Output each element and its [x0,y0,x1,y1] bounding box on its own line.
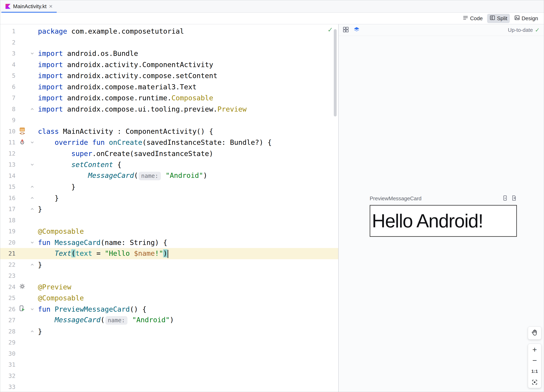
code-text: import androidx.activity.ComponentActivi… [38,60,338,69]
code-text: import androidx.compose.runtime.Composab… [38,94,338,102]
zoom-actual-button[interactable]: 1:1 [528,366,541,377]
zoom-out-button[interactable]: − [528,355,541,366]
line-number: 26 [0,306,16,313]
kotlin-file-icon [6,4,11,9]
tab-mainactivity[interactable]: MainActivity.kt × [1,0,57,12]
fold-marker-icon [30,307,35,312]
code-line-15[interactable]: 15 } [0,181,338,193]
fold-slot[interactable] [29,162,38,167]
zoom-fit-button[interactable] [528,377,541,387]
fold-marker-icon [30,51,35,56]
code-line-22[interactable]: 22} [0,259,338,270]
code-line-28[interactable]: 28} [0,326,338,337]
code-line-24[interactable]: 24@Preview [0,281,338,293]
line-number: 11 [0,139,16,146]
preview-canvas[interactable]: PreviewMessageCard Hello Android! [339,36,544,392]
code-line-8[interactable]: 8import androidx.compose.ui.tooling.prev… [0,104,338,115]
fold-marker-icon [30,240,35,245]
fold-slot[interactable] [29,240,38,245]
preview-frame[interactable]: Hello Android! [370,205,517,237]
code-text: package com.example.composetutorial [38,27,338,35]
fold-slot[interactable] [29,140,38,145]
fold-slot[interactable] [29,262,38,267]
line-number: 32 [0,372,16,379]
fold-slot[interactable] [29,196,38,201]
fold-slot[interactable] [29,51,38,56]
code-line-7[interactable]: 7import androidx.compose.runtime.Composa… [0,92,338,104]
code-line-16[interactable]: 16 } [0,193,338,204]
status-label: Up-to-date [508,27,533,33]
inspection-ok-icon[interactable]: ✓ [327,26,333,34]
parameter-name-hint: name: [139,172,161,180]
code-line-5[interactable]: 5import androidx.activity.compose.setCon… [0,70,338,81]
code-line-1[interactable]: 1package com.example.composetutorial [0,26,338,37]
split-view-label: Split [497,15,507,22]
code-line-13[interactable]: 13 setContent { [0,159,338,170]
code-line-18[interactable]: 18 [0,215,338,226]
fold-slot[interactable] [29,184,38,189]
code-line-21[interactable]: 21 Text(text = "Hello $name!") [0,248,338,259]
run-on-device-icon[interactable] [511,195,517,202]
gutter-icon-slot[interactable] [16,305,29,313]
fold-marker-icon [30,196,35,201]
code-line-10[interactable]: 10<>class MainActivity : ComponentActivi… [0,126,338,137]
line-number: 9 [0,117,16,124]
design-view-icon [514,15,520,22]
status-check-icon: ✓ [535,27,540,33]
view-mode-code-button[interactable]: Code [460,14,485,23]
code-line-6[interactable]: 6import androidx.compose.material3.Text [0,81,338,93]
view-mode-toolbar: Code Split Design [0,13,544,24]
code-line-20[interactable]: 20fun MessageCard(name: String) { [0,237,338,248]
view-mode-design-button[interactable]: Design [512,14,541,23]
line-number: 28 [0,328,16,335]
gutter-icon-slot[interactable] [16,138,29,146]
code-line-32[interactable]: 32 [0,370,338,382]
editor-scrollbar-thumb[interactable] [334,29,337,116]
code-line-17[interactable]: 17} [0,203,338,215]
code-line-11[interactable]: 11 override fun onCreate(savedInstanceSt… [0,137,338,148]
interactive-preview-icon[interactable] [502,195,508,202]
fold-slot[interactable] [29,107,38,112]
line-number: 16 [0,195,16,202]
view-mode-split-button[interactable]: Split [487,14,510,23]
code-tag-icon[interactable]: <> [20,131,25,135]
pan-tool-button[interactable] [528,327,541,340]
fold-slot[interactable] [29,207,38,212]
related-component-icon[interactable]: <> [20,127,25,135]
preview-gallery-icon[interactable] [343,27,349,33]
code-line-25[interactable]: 25@Composable [0,292,338,304]
line-number: 18 [0,217,16,224]
line-number: 4 [0,61,16,68]
fold-slot[interactable] [29,329,38,334]
code-line-12[interactable]: 12 super.onCreate(savedInstanceState) [0,148,338,159]
code-line-23[interactable]: 23 [0,270,338,281]
line-number: 3 [0,50,16,57]
code-line-19[interactable]: 19@Composable [0,226,338,237]
code-editor[interactable]: 1package com.example.composetutorial23im… [0,24,339,392]
code-line-29[interactable]: 29 [0,337,338,348]
preview-item: PreviewMessageCard Hello Android! [370,194,517,237]
override-method-icon[interactable] [19,138,25,146]
gutter-icon-slot[interactable]: <> [16,127,29,135]
code-line-4[interactable]: 4import androidx.activity.ComponentActiv… [0,59,338,70]
code-line-2[interactable]: 2 [0,37,338,48]
fold-slot[interactable] [29,307,38,312]
code-line-30[interactable]: 30 [0,348,338,359]
code-line-33[interactable]: 33 [0,381,338,392]
code-text: setContent { [38,160,338,169]
gutter-icon-slot[interactable] [16,283,29,291]
code-text: import androidx.compose.material3.Text [38,83,338,91]
code-line-26[interactable]: 26fun PreviewMessageCard() { [0,304,338,315]
code-line-3[interactable]: 3import android.os.Bundle [0,48,338,59]
code-line-31[interactable]: 31 [0,359,338,370]
ui-check-layers-icon[interactable] [353,26,360,34]
line-number: 21 [0,250,16,257]
close-tab-icon[interactable]: × [49,3,53,9]
code-line-27[interactable]: 27 MessageCard(name: "Android") [0,315,338,326]
code-line-9[interactable]: 9 [0,115,338,126]
preview-settings-gear-icon[interactable] [19,283,25,291]
zoom-in-button[interactable]: + [528,344,541,355]
code-text: fun PreviewMessageCard() { [38,305,338,313]
code-line-14[interactable]: 14 MessageCard(name: "Android") [0,170,338,182]
run-preview-icon[interactable] [19,305,25,313]
